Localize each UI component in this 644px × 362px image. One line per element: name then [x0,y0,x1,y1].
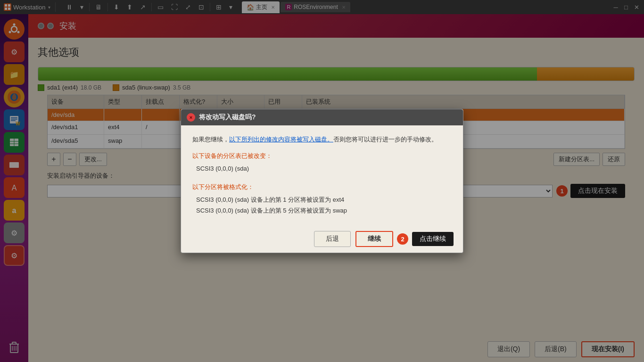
dialog-desc-link: 以下所列出的修改内容将被写入磁盘。 [229,136,333,143]
dialog-section1-item0: SCSI3 (0,0,0) (sda) [196,163,452,174]
dialog-back-btn[interactable]: 后退 [314,231,351,247]
dialog-overlay: × 将改动写入磁盘吗? 如果您继续，以下所列出的修改内容将被写入磁盘。否则您将可… [0,0,644,362]
dialog-section2-title: 以下分区将被格式化： [192,183,452,191]
dialog-footer: 后退 继续 2 点击继续 [181,225,463,253]
dialog-continue-btn[interactable]: 继续 [355,231,393,247]
annotate-label-2: 点击继续 [412,232,454,246]
dialog-section1-title: 以下设备的分区表已被改变： [192,152,452,160]
badge-2: 2 [397,233,408,245]
dialog-title: 将改动写入磁盘吗? [199,113,256,122]
dialog-description: 如果您继续，以下所列出的修改内容将被写入磁盘。否则您将可以进行进一步的手动修改。 [192,135,452,145]
dialog-body: 如果您继续，以下所列出的修改内容将被写入磁盘。否则您将可以进行进一步的手动修改。… [181,125,463,226]
dialog-continue-group: 继续 2 点击继续 [355,231,454,247]
dialog-section2-item1: SCSI3 (0,0,0) (sda) 设备上的第 5 分区将被设置为 swap [196,205,452,216]
dialog-section2-item0: SCSI3 (0,0,0) (sda) 设备上的第 1 分区将被设置为 ext4 [196,194,452,205]
dialog-close-icon: × [190,115,192,120]
dialog-close-btn[interactable]: × [187,113,195,122]
write-disk-dialog: × 将改动写入磁盘吗? 如果您继续，以下所列出的修改内容将被写入磁盘。否则您将可… [181,109,463,254]
dialog-titlebar: × 将改动写入磁盘吗? [181,109,463,125]
